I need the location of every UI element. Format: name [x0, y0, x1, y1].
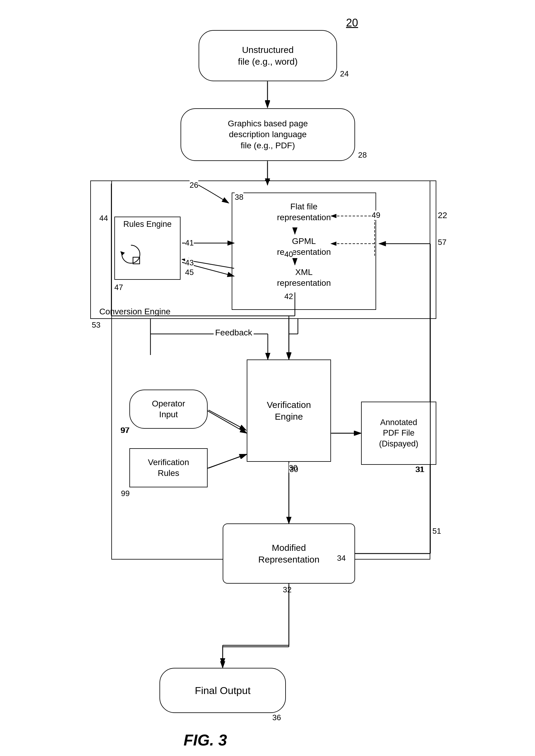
conversion-engine-label: Conversion Engine [99, 307, 171, 316]
verification-rules-node: Verification Rules [129, 448, 208, 487]
label-28: 28 [358, 150, 367, 160]
feedback-label: Feedback [214, 328, 254, 338]
final-output-label: Final Output [195, 684, 250, 697]
label-99-text: 99 [121, 489, 130, 498]
modified-representation-node: Modified Representation [223, 524, 355, 583]
operator-input-node: Operator Input [129, 390, 208, 429]
svg-line-19 [205, 409, 247, 433]
label-24: 24 [340, 69, 349, 78]
label-45: 45 [185, 268, 194, 277]
annotated-pdf-label: Annotated PDF File (Dispayed) [379, 417, 419, 449]
xml-label: XML representation [277, 267, 331, 289]
unstructured-file-label: Unstructured file (e.g., word) [238, 44, 297, 68]
svg-line-20 [205, 454, 247, 469]
label-41: 41 [185, 238, 194, 248]
label-49: 49 [372, 211, 380, 220]
diagram-number: 20 [346, 16, 358, 29]
diagram: 20 Unstructured file (e.g., word) 24 Gra… [0, 0, 535, 756]
label-43: 43 [185, 258, 194, 267]
verification-rules-label: Verification Rules [148, 457, 189, 479]
modified-representation-label: Modified Representation [258, 542, 319, 565]
label-53: 53 [92, 320, 100, 330]
verification-engine-label: Verification Engine [267, 399, 311, 422]
unstructured-file-node: Unstructured file (e.g., word) [199, 30, 337, 81]
pdf-file-node: Graphics based page description language… [181, 108, 355, 161]
svg-line-53 [209, 454, 246, 468]
figure-label: FIG. 3 [183, 731, 227, 749]
label-34-text: 34 [337, 554, 346, 563]
label-32-text: 32 [283, 585, 292, 594]
label-40: 40 [284, 250, 293, 259]
svg-marker-31 [120, 251, 125, 256]
label-26: 26 [189, 180, 198, 190]
final-output-node: Final Output [159, 668, 286, 713]
label-47: 47 [114, 283, 123, 292]
pdf-file-label: Graphics based page description language… [228, 118, 308, 151]
flat-file-label: Flat file representation [277, 201, 331, 223]
label-44: 44 [99, 214, 108, 223]
xml-node: XML representation [235, 264, 373, 291]
svg-line-52 [209, 410, 246, 430]
label-57: 57 [438, 238, 446, 247]
gpml-node: GPML representation [235, 233, 373, 260]
flat-file-node: Flat file representation [235, 197, 373, 227]
label-51-text: 51 [433, 526, 441, 536]
label-22: 22 [438, 211, 447, 220]
label-30-text: 30 [290, 465, 298, 474]
verification-engine-node: Verification Engine [247, 360, 331, 462]
label-36-text: 36 [272, 713, 281, 722]
label-42: 42 [284, 292, 293, 301]
refresh-icon [117, 241, 144, 268]
label-31-text: 31 [416, 465, 425, 474]
label-97-text: 97 [121, 426, 130, 435]
operator-input-label: Operator Input [152, 398, 185, 420]
label-38: 38 [235, 193, 243, 202]
annotated-pdf-node: Annotated PDF File (Dispayed) [361, 402, 436, 465]
